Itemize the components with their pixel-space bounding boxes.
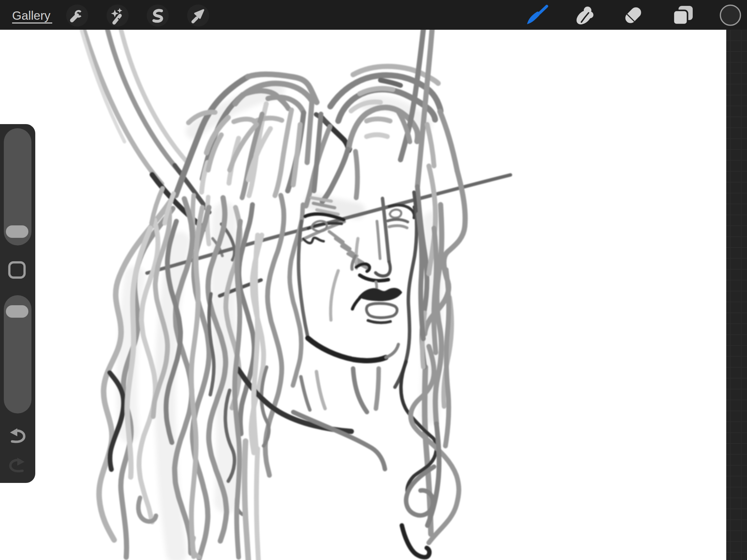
svg-text:Gallery: Gallery bbox=[12, 9, 50, 22]
